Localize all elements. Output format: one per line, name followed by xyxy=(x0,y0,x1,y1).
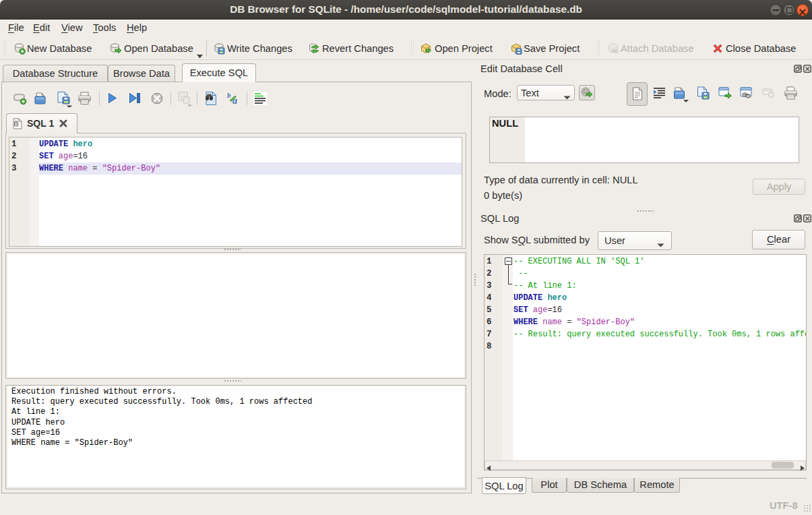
svg-text:b: b xyxy=(227,92,231,99)
svg-text:a: a xyxy=(232,96,237,106)
